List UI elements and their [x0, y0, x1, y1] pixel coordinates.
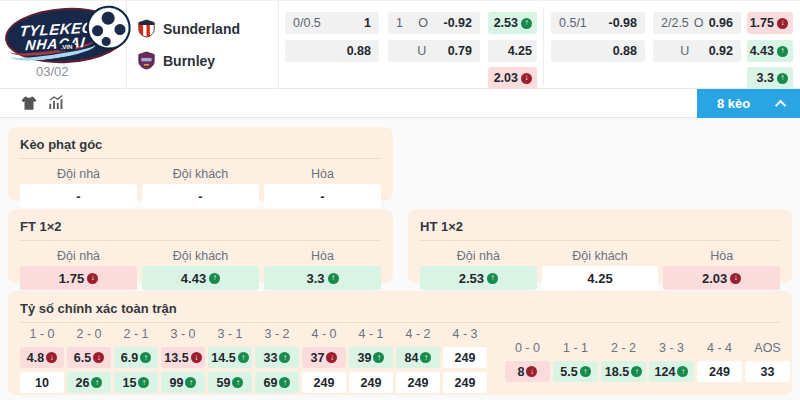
score-odds-cell[interactable]: 249	[443, 347, 487, 368]
trend-down-icon	[730, 273, 741, 284]
column-header-home: Đội nhà	[20, 246, 137, 266]
score-odds-cell[interactable]: 33	[255, 347, 299, 368]
score-column: 2 - 1 6.9 15	[114, 326, 158, 393]
score-odds-cell[interactable]: 6.9	[114, 347, 158, 368]
score-column: 3 - 0 13.5 99	[161, 326, 205, 393]
ft-draw-cell[interactable]: 3.3	[264, 266, 381, 290]
trend-down-icon	[87, 273, 98, 284]
score-column: 3 - 3 124	[649, 340, 694, 393]
stats-chart-icon[interactable]	[48, 94, 66, 112]
hdp-odds-home[interactable]: 0/0.5 1	[285, 12, 379, 34]
ft-home-cell[interactable]: 1.75	[20, 266, 137, 290]
score-odds-cell[interactable]: 8	[505, 361, 550, 382]
match-row: TYLEKEO NHACAI .VIN 03/02 Sunderland Bur…	[0, 0, 800, 89]
score-odds-cell[interactable]: 249	[697, 361, 742, 382]
score-odds-cell[interactable]: 4.8	[20, 347, 64, 368]
score-odds-cell[interactable]: 26	[67, 372, 111, 393]
home-team-name: Sunderland	[163, 21, 240, 37]
score-odds-cell[interactable]: 124	[649, 361, 694, 382]
score-odds-cell[interactable]: 18.5	[601, 361, 646, 382]
column-header-draw: Hòa	[264, 246, 381, 266]
score-odds-cell[interactable]: 5.5	[553, 361, 598, 382]
hdp2-odds-away[interactable]: 0.88	[551, 40, 645, 62]
score-odds-cell[interactable]: 14.5	[208, 347, 252, 368]
trend-down-icon	[777, 18, 788, 29]
site-logo-text: TYLEKEO NHACAI	[18, 19, 95, 52]
ht-draw-cell[interactable]: 2.03	[663, 266, 780, 290]
trend-down-icon	[93, 352, 104, 363]
x12-odds-away[interactable]: 4.25	[488, 40, 537, 62]
ou2-odds-under[interactable]: U 0.92	[653, 40, 741, 62]
trend-up-icon	[138, 377, 149, 388]
score-odds-cell[interactable]: 249	[302, 372, 346, 393]
score-odds-cell[interactable]: 33	[745, 361, 790, 382]
keo-count-button[interactable]: 8 kèo	[697, 89, 800, 118]
ou2-odds-over[interactable]: 2/2.5 O 0.96	[653, 12, 741, 34]
score-column: 4 - 0 37 249	[302, 326, 346, 393]
column-header-away: Đội khách	[542, 246, 659, 266]
trend-up-icon	[91, 377, 102, 388]
trend-up-icon	[777, 73, 788, 84]
ht-home-cell[interactable]: 2.53	[420, 266, 537, 290]
trend-up-icon	[580, 366, 591, 377]
x12-odds-draw[interactable]: 2.03	[488, 67, 537, 89]
score-column: 4 - 2 84 249	[396, 326, 440, 393]
away-team: Burnley	[138, 51, 215, 70]
ft-away-cell[interactable]: 4.43	[142, 266, 259, 290]
ou-odds-under[interactable]: U 0.79	[388, 40, 480, 62]
trend-up-icon	[209, 273, 220, 284]
hdp-odds-away[interactable]: 0.88	[285, 40, 379, 62]
trend-up-icon	[777, 46, 788, 57]
column-header-home: Đội nhà	[20, 164, 137, 184]
score-column: 3 - 2 33 69	[255, 326, 299, 393]
score-odds-cell[interactable]: 15	[114, 372, 158, 393]
score-odds-cell[interactable]: 99	[161, 372, 205, 393]
score-odds-cell[interactable]: 69	[255, 372, 299, 393]
score-odds-cell[interactable]: 249	[443, 372, 487, 393]
x12-odds-home[interactable]: 2.53	[488, 12, 537, 34]
score-column: 3 - 1 14.5 59	[208, 326, 252, 393]
trend-up-icon	[279, 352, 290, 363]
chevron-up-icon	[775, 99, 786, 110]
score-odds-cell[interactable]: 10	[20, 372, 64, 393]
score-column: 4 - 1 39 249	[349, 326, 393, 393]
score-column: 1 - 1 5.5	[553, 340, 598, 393]
corner-draw-cell[interactable]: -	[264, 184, 381, 208]
x12-2-odds-home[interactable]: 1.75	[747, 12, 793, 34]
score-odds-cell[interactable]: 39	[349, 347, 393, 368]
x12-2-odds-draw[interactable]: 3.3	[747, 67, 793, 89]
score-odds-cell[interactable]: 249	[396, 372, 440, 393]
site-logo: TYLEKEO NHACAI .VIN	[4, 5, 129, 66]
ft-1x2-section: FT 1×2 Đội nhà 1.75 Đội khách 4.43 Hòa 3…	[8, 209, 393, 283]
corner-away-cell[interactable]: -	[142, 184, 259, 208]
trend-down-icon	[521, 73, 532, 84]
ou-odds-over[interactable]: 1 O -0.92	[388, 12, 480, 34]
divider	[543, 7, 544, 85]
hdp2-odds-home[interactable]: 0.5/1 -0.98	[551, 12, 645, 34]
score-main-grid: 1 - 0 4.8 10 2 - 0 6.5 26 2 - 1 6.9 15 3…	[20, 326, 487, 393]
trend-down-icon	[191, 352, 202, 363]
score-odds-cell[interactable]: 6.5	[67, 347, 111, 368]
score-odds-cell[interactable]: 249	[349, 372, 393, 393]
ht-away-cell[interactable]: 4.25	[542, 266, 659, 290]
score-column: 0 - 0 8	[505, 340, 550, 393]
section-title: FT 1×2	[20, 219, 381, 241]
score-odds-cell[interactable]: 84	[396, 347, 440, 368]
match-date: 03/02	[36, 64, 69, 79]
score-odds-cell[interactable]: 37	[302, 347, 346, 368]
correct-score-section: Tỷ số chính xác toàn trận 1 - 0 4.8 10 2…	[8, 291, 792, 395]
keo-count-label: 8 kèo	[717, 96, 750, 111]
section-title: HT 1×2	[420, 219, 780, 241]
column-header-draw: Hòa	[663, 246, 780, 266]
score-odds-cell[interactable]: 13.5	[161, 347, 205, 368]
corner-home-cell[interactable]: -	[20, 184, 137, 208]
trend-up-icon	[185, 377, 196, 388]
burnley-crest-icon	[138, 51, 155, 70]
score-column: 2 - 2 18.5	[601, 340, 646, 393]
section-title: Kèo phạt góc	[20, 137, 381, 159]
ht-1x2-section: HT 1×2 Đội nhà 2.53 Đội khách 4.25 Hòa 2…	[408, 209, 792, 283]
jersey-icon[interactable]	[20, 94, 38, 112]
x12-2-odds-away[interactable]: 4.43	[747, 40, 793, 62]
score-odds-cell[interactable]: 59	[208, 372, 252, 393]
trend-up-icon	[140, 352, 151, 363]
